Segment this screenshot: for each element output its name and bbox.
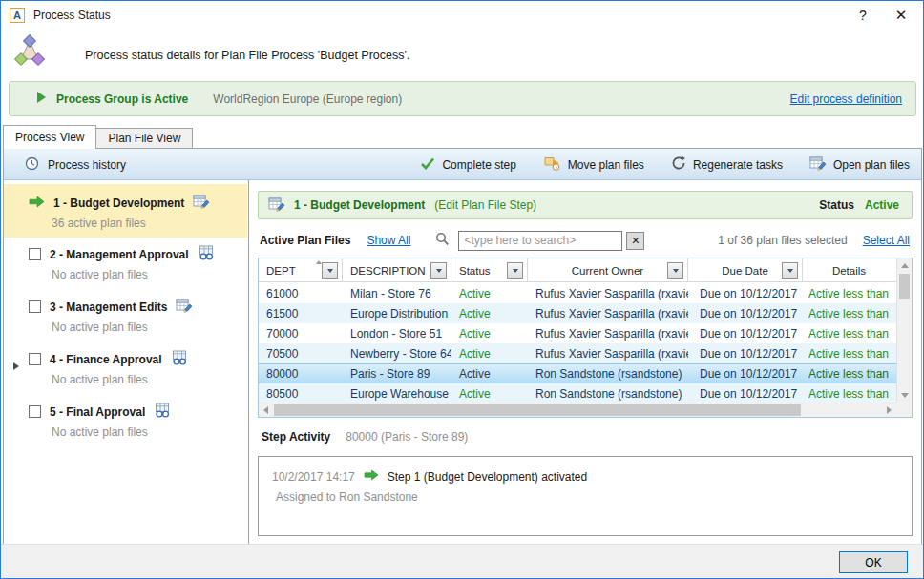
cell-details: Active less than: [803, 327, 895, 341]
process-history-label: Process history: [48, 158, 126, 172]
column-label: DEPT: [259, 265, 296, 277]
column-header-details[interactable]: Details: [803, 258, 895, 282]
cell-owner: Rufus Xavier Sasparilla (rxavier): [528, 327, 688, 341]
step-header: 1 - Budget Development (Edit Plan File S…: [258, 191, 913, 219]
table-row[interactable]: 70000 London - Store 51 Active Rufus Xav…: [259, 323, 896, 343]
step-activity-log: 10/2/2017 14:17 Step 1 (Budget Developme…: [258, 456, 913, 536]
status-label: Status: [819, 198, 854, 212]
table-row[interactable]: 70500 Newberry - Store 64 Active Rufus X…: [259, 343, 896, 363]
scroll-right-icon[interactable]: [882, 403, 896, 417]
regenerate-tasks-label: Regenerate tasks: [693, 158, 783, 172]
step-label: 4 - Finance Approval: [50, 353, 162, 366]
review-glasses-icon: [171, 350, 188, 368]
column-label: Due Date: [722, 265, 768, 277]
complete-step-button[interactable]: Complete step: [420, 157, 515, 173]
expander-icon[interactable]: [13, 362, 19, 370]
scroll-left-icon[interactable]: [259, 403, 273, 417]
column-header-description[interactable]: DESCRIPTION: [343, 258, 452, 282]
edit-grid-icon: [193, 194, 210, 212]
cell-due-date: Due on 10/12/2017: [688, 387, 803, 401]
step-activity-context: 80000 (Paris - Store 89): [346, 430, 468, 444]
table-row[interactable]: 80500 Europe Warehouse Active Ron Sandst…: [259, 383, 896, 403]
cell-description: Paris - Store 89: [343, 367, 452, 381]
step-substatus: No active plan files: [4, 425, 247, 439]
edit-process-definition-link[interactable]: Edit process definition: [790, 93, 902, 106]
status-value: Active: [865, 198, 899, 212]
chevron-down-icon: [327, 269, 333, 273]
step-item-2[interactable]: 2 - Management Approval No active plan f…: [4, 245, 247, 293]
cell-due-date: Due on 10/12/2017: [688, 327, 803, 341]
horizontal-scrollbar[interactable]: [259, 403, 896, 417]
clear-search-button[interactable]: ✕: [626, 232, 644, 250]
selection-info: 1 of 36 plan files selected: [718, 234, 847, 247]
cell-owner: Rufus Xavier Sasparilla (rxavier): [528, 347, 688, 361]
filter-dropdown-button[interactable]: [782, 262, 798, 279]
step-substatus: No active plan files: [4, 268, 247, 281]
process-group-subject: WorldRegion Europe (Europe region): [213, 93, 402, 106]
move-plan-files-button[interactable]: Move plan files: [543, 155, 644, 174]
close-button[interactable]: ✕: [887, 1, 915, 30]
step-item-5[interactable]: 5 - Final Approval No active plan files: [4, 403, 247, 450]
table-row-selected[interactable]: 80000 Paris - Store 89 Active Ron Sandst…: [259, 363, 896, 383]
chevron-down-icon: [788, 269, 793, 273]
column-header-dept[interactable]: DEPT: [259, 258, 343, 282]
cell-description: London - Store 51: [343, 327, 452, 341]
cell-status: Active: [452, 327, 528, 341]
help-button[interactable]: ?: [849, 1, 877, 30]
check-icon: [420, 157, 435, 173]
column-header-due-date[interactable]: Due Date: [688, 258, 803, 282]
step-item-1[interactable]: 1 - Budget Development 36 active plan fi…: [4, 184, 247, 238]
activated-arrow-icon: [364, 469, 379, 484]
process-icon: [13, 34, 46, 70]
step-label: 1 - Budget Development: [53, 196, 184, 210]
tab-plan-file-view[interactable]: Plan File View: [95, 128, 193, 149]
table-row[interactable]: 61500 Europe Distribution Active Rufus X…: [259, 303, 896, 323]
step-label: 5 - Final Approval: [50, 405, 145, 419]
table-header: DEPT DESCRIPTION Status Current Owner: [259, 258, 896, 282]
move-plan-files-icon: [543, 155, 561, 174]
step-checkbox[interactable]: [29, 405, 41, 418]
move-plan-files-label: Move plan files: [568, 158, 644, 172]
edit-grid-icon: [809, 155, 827, 174]
step-substatus: No active plan files: [4, 373, 247, 386]
process-status-dialog: A Process Status ? ✕ Process status deta…: [0, 0, 924, 579]
tab-process-view[interactable]: Process View: [3, 125, 96, 149]
horizontal-scroll-thumb[interactable]: [274, 404, 801, 416]
step-item-3[interactable]: 3 - Management Edits No active plan file…: [4, 298, 247, 345]
filter-dropdown-button[interactable]: [667, 262, 683, 279]
cell-owner: Rufus Xavier Sasparilla (rxavier): [528, 307, 688, 321]
cell-details: Active less than: [803, 287, 895, 300]
regenerate-tasks-button[interactable]: Regenerate tasks: [671, 155, 783, 174]
search-input[interactable]: [458, 231, 622, 251]
vertical-scroll-thumb[interactable]: [899, 274, 910, 299]
step-checkbox[interactable]: [29, 248, 41, 260]
vertical-scrollbar[interactable]: [896, 258, 912, 403]
refresh-icon: [671, 155, 686, 174]
scroll-down-icon[interactable]: [897, 388, 913, 403]
filter-dropdown-button[interactable]: [322, 262, 338, 279]
step-item-4[interactable]: 4 - Finance Approval No active plan file…: [4, 350, 247, 398]
open-plan-files-button[interactable]: Open plan files: [809, 155, 910, 174]
table-row[interactable]: 61000 Milan - Store 76 Active Rufus Xavi…: [259, 283, 896, 303]
tab-strip: Process View Plan File View: [3, 125, 193, 149]
play-icon: [36, 91, 47, 107]
step-activity-header: Step Activity 80000 (Paris - Store 89): [258, 430, 913, 444]
column-header-current-owner[interactable]: Current Owner: [528, 258, 688, 282]
show-all-link[interactable]: Show All: [367, 234, 410, 247]
review-glasses-icon: [198, 245, 215, 263]
cell-details: Active less than: [803, 387, 895, 401]
current-step-arrow-icon: [29, 196, 45, 211]
search-icon: [435, 232, 450, 249]
column-header-status[interactable]: Status: [452, 258, 528, 282]
filter-dropdown-button[interactable]: [430, 262, 447, 279]
ok-button[interactable]: OK: [839, 551, 908, 573]
activity-subtext: Assigned to Ron Sandstone: [276, 490, 912, 504]
cell-description: Milan - Store 76: [343, 287, 452, 300]
step-checkbox[interactable]: [29, 300, 41, 313]
step-checkbox[interactable]: [29, 353, 41, 365]
filter-dropdown-button[interactable]: [507, 262, 523, 279]
title-bar: A Process Status ? ✕: [1, 1, 923, 30]
complete-step-label: Complete step: [442, 158, 515, 172]
select-all-link[interactable]: Select All: [863, 234, 910, 247]
scroll-up-icon[interactable]: [897, 258, 913, 273]
